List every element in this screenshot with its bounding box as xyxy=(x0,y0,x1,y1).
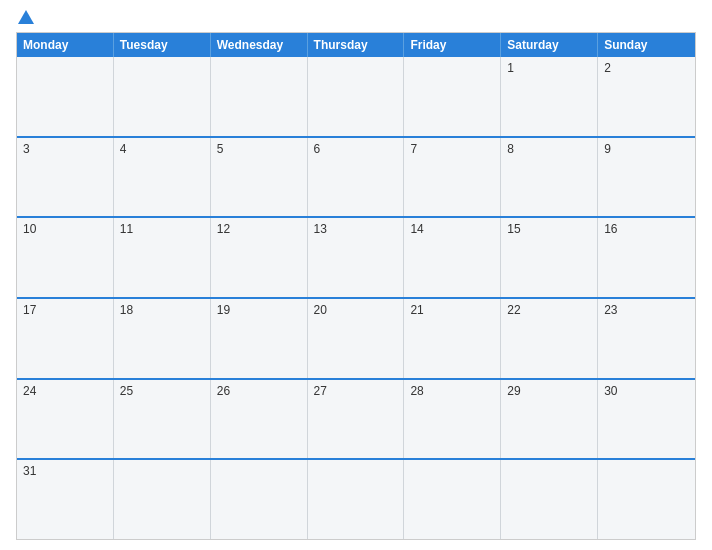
weekday-header-saturday: Saturday xyxy=(501,33,598,57)
calendar-cell xyxy=(211,57,308,136)
calendar-cell xyxy=(17,57,114,136)
weekday-header-wednesday: Wednesday xyxy=(211,33,308,57)
calendar-cell: 18 xyxy=(114,299,211,378)
calendar-cell: 10 xyxy=(17,218,114,297)
calendar-cell xyxy=(308,460,405,539)
calendar-week-2: 3456789 xyxy=(17,136,695,217)
calendar-cell: 13 xyxy=(308,218,405,297)
day-number: 21 xyxy=(410,303,494,317)
weekday-header-sunday: Sunday xyxy=(598,33,695,57)
calendar-week-6: 31 xyxy=(17,458,695,539)
day-number: 17 xyxy=(23,303,107,317)
day-number: 27 xyxy=(314,384,398,398)
day-number: 23 xyxy=(604,303,689,317)
calendar-cell: 19 xyxy=(211,299,308,378)
day-number: 7 xyxy=(410,142,494,156)
day-number: 24 xyxy=(23,384,107,398)
calendar-cell xyxy=(404,460,501,539)
day-number: 5 xyxy=(217,142,301,156)
calendar-cell: 14 xyxy=(404,218,501,297)
day-number: 16 xyxy=(604,222,689,236)
day-number: 10 xyxy=(23,222,107,236)
calendar-cell: 31 xyxy=(17,460,114,539)
day-number: 25 xyxy=(120,384,204,398)
day-number: 20 xyxy=(314,303,398,317)
calendar-grid: MondayTuesdayWednesdayThursdayFridaySatu… xyxy=(16,32,696,540)
calendar-cell: 7 xyxy=(404,138,501,217)
logo-triangle-icon xyxy=(18,10,34,24)
calendar-cell: 16 xyxy=(598,218,695,297)
calendar-cell xyxy=(114,57,211,136)
calendar-page: MondayTuesdayWednesdayThursdayFridaySatu… xyxy=(0,0,712,550)
day-number: 28 xyxy=(410,384,494,398)
day-number: 12 xyxy=(217,222,301,236)
calendar-cell xyxy=(501,460,598,539)
calendar-week-1: 12 xyxy=(17,57,695,136)
calendar-cell: 23 xyxy=(598,299,695,378)
calendar-week-5: 24252627282930 xyxy=(17,378,695,459)
day-number: 6 xyxy=(314,142,398,156)
calendar-cell: 21 xyxy=(404,299,501,378)
day-number: 13 xyxy=(314,222,398,236)
calendar-cell: 3 xyxy=(17,138,114,217)
weekday-header-thursday: Thursday xyxy=(308,33,405,57)
day-number: 22 xyxy=(507,303,591,317)
calendar-body: 1234567891011121314151617181920212223242… xyxy=(17,57,695,539)
calendar-cell: 1 xyxy=(501,57,598,136)
calendar-cell: 29 xyxy=(501,380,598,459)
calendar-week-3: 10111213141516 xyxy=(17,216,695,297)
calendar-cell: 5 xyxy=(211,138,308,217)
calendar-cell: 28 xyxy=(404,380,501,459)
day-number: 8 xyxy=(507,142,591,156)
day-number: 19 xyxy=(217,303,301,317)
calendar-cell: 26 xyxy=(211,380,308,459)
day-number: 1 xyxy=(507,61,591,75)
calendar-cell: 24 xyxy=(17,380,114,459)
calendar-cell: 4 xyxy=(114,138,211,217)
calendar-cell: 6 xyxy=(308,138,405,217)
day-number: 9 xyxy=(604,142,689,156)
calendar-cell: 27 xyxy=(308,380,405,459)
calendar-cell: 8 xyxy=(501,138,598,217)
page-header xyxy=(16,10,696,26)
day-number: 18 xyxy=(120,303,204,317)
weekday-header-monday: Monday xyxy=(17,33,114,57)
logo xyxy=(16,10,34,26)
calendar-cell: 15 xyxy=(501,218,598,297)
calendar-cell xyxy=(114,460,211,539)
calendar-cell: 11 xyxy=(114,218,211,297)
calendar-cell: 2 xyxy=(598,57,695,136)
day-number: 3 xyxy=(23,142,107,156)
day-number: 14 xyxy=(410,222,494,236)
calendar-cell xyxy=(211,460,308,539)
calendar-cell: 17 xyxy=(17,299,114,378)
day-number: 31 xyxy=(23,464,107,478)
day-number: 11 xyxy=(120,222,204,236)
calendar-cell: 30 xyxy=(598,380,695,459)
day-number: 4 xyxy=(120,142,204,156)
calendar-cell: 25 xyxy=(114,380,211,459)
day-number: 2 xyxy=(604,61,689,75)
calendar-header: MondayTuesdayWednesdayThursdayFridaySatu… xyxy=(17,33,695,57)
calendar-cell: 9 xyxy=(598,138,695,217)
day-number: 30 xyxy=(604,384,689,398)
day-number: 26 xyxy=(217,384,301,398)
day-number: 15 xyxy=(507,222,591,236)
calendar-week-4: 17181920212223 xyxy=(17,297,695,378)
calendar-cell: 20 xyxy=(308,299,405,378)
weekday-header-friday: Friday xyxy=(404,33,501,57)
calendar-cell xyxy=(598,460,695,539)
day-number: 29 xyxy=(507,384,591,398)
weekday-header-tuesday: Tuesday xyxy=(114,33,211,57)
calendar-cell: 22 xyxy=(501,299,598,378)
calendar-cell xyxy=(308,57,405,136)
calendar-cell xyxy=(404,57,501,136)
calendar-cell: 12 xyxy=(211,218,308,297)
